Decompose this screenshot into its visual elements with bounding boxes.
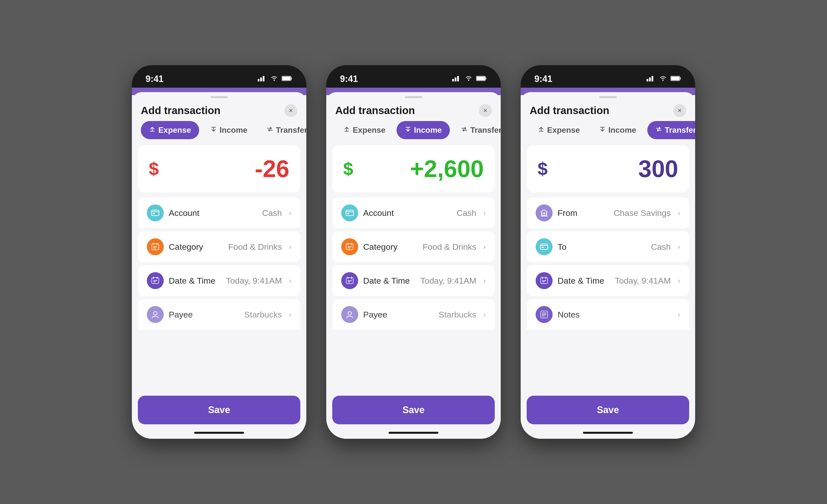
close-button[interactable]: × [479, 104, 492, 117]
date & time-label: Date & Time [363, 276, 416, 286]
expense-tab-label: Expense [547, 125, 580, 135]
income-tab-icon [404, 126, 411, 134]
tab-bar: Expense Income Transfer [326, 121, 501, 139]
battery-icon [671, 76, 681, 82]
form-row-payee[interactable]: Payee Starbucks › [332, 299, 495, 330]
signal-icon [646, 75, 655, 82]
home-indicator [389, 432, 438, 434]
form-row-date-&-time[interactable]: Date & Time Today, 9:41AM › [138, 265, 300, 296]
wifi-icon [659, 75, 667, 82]
from-value: Chase Savings [614, 208, 671, 218]
expense-tab-icon [149, 126, 156, 134]
tab-expense[interactable]: Expense [141, 121, 199, 139]
save-button[interactable]: Save [332, 396, 495, 424]
battery-icon [282, 76, 293, 82]
income-tab-label: Income [414, 125, 442, 135]
category-icon [341, 238, 358, 255]
form-row-to[interactable]: To Cash › [527, 231, 689, 262]
amount-value[interactable]: -26 [255, 155, 289, 182]
category-chevron: › [483, 242, 486, 251]
svg-rect-26 [651, 76, 653, 81]
notes-icon [536, 306, 552, 323]
svg-rect-5 [291, 77, 292, 79]
expense-tab-icon [343, 126, 350, 134]
form-row-payee[interactable]: Payee Starbucks › [138, 299, 300, 330]
to-icon [536, 238, 552, 255]
account-chevron: › [289, 209, 291, 217]
svg-rect-33 [544, 212, 545, 216]
form-row-category[interactable]: Category Food & Drinks › [138, 231, 300, 262]
date & time-chevron: › [289, 276, 291, 285]
date & time-value: Today, 9:41AM [421, 276, 476, 286]
account-icon [147, 205, 164, 221]
date & time-value: Today, 9:41AM [615, 276, 671, 286]
svg-rect-19 [346, 210, 353, 216]
svg-rect-14 [457, 76, 459, 81]
wifi-icon [465, 75, 473, 82]
close-button[interactable]: × [284, 104, 297, 117]
status-time: 9:41 [340, 74, 358, 84]
close-button[interactable]: × [673, 104, 686, 117]
svg-rect-7 [152, 210, 159, 216]
save-button[interactable]: Save [527, 396, 689, 424]
form-row-notes[interactable]: Notes › [527, 299, 689, 330]
tab-income[interactable]: Income [397, 121, 450, 139]
category-chevron: › [289, 242, 291, 251]
form-row-date-&-time[interactable]: Date & Time Today, 9:41AM › [527, 265, 689, 296]
amount-value[interactable]: 300 [638, 155, 678, 182]
category-icon [147, 238, 164, 255]
amount-value[interactable]: +2,600 [410, 155, 484, 182]
form-row-account[interactable]: Account Cash › [138, 198, 300, 228]
svg-rect-0 [258, 79, 259, 81]
tab-income[interactable]: Income [202, 121, 255, 139]
tab-transfer[interactable]: Transfer [453, 121, 501, 139]
transfer-tab-icon [461, 126, 468, 134]
account-label: Account [363, 208, 452, 218]
date & time-label: Date & Time [557, 276, 610, 286]
add-transaction-modal: Add transaction × Expense Income Transfe… [132, 92, 306, 439]
account-label: Account [169, 208, 257, 218]
form-row-from[interactable]: From Chase Savings › [527, 198, 689, 228]
payee-label: Payee [169, 310, 239, 320]
payee-label: Payee [363, 310, 434, 320]
from-chevron: › [678, 209, 680, 217]
svg-point-11 [153, 312, 157, 315]
payee-icon [341, 306, 358, 323]
form-row-account[interactable]: Account Cash › [332, 198, 495, 228]
category-value: Food & Drinks [423, 242, 476, 252]
tab-expense[interactable]: Expense [530, 121, 588, 139]
date & time-label: Date & Time [169, 276, 221, 286]
tab-income[interactable]: Income [591, 121, 644, 139]
tab-transfer[interactable]: Transfer [647, 121, 695, 139]
transfer-tab-icon [266, 126, 274, 134]
amount-card: $ 300 [527, 145, 689, 192]
account-value: Cash [456, 208, 476, 218]
amount-dollar-sign: $ [149, 159, 159, 179]
save-button[interactable]: Save [138, 396, 300, 424]
amount-card: $ +2,600 [332, 145, 495, 192]
svg-rect-8 [153, 213, 155, 214]
payee-icon [147, 306, 164, 323]
form-row-category[interactable]: Category Food & Drinks › [332, 231, 495, 262]
svg-rect-24 [646, 79, 648, 81]
tab-expense[interactable]: Expense [335, 121, 394, 139]
notes-chevron: › [678, 310, 680, 319]
date & time-icon [536, 272, 552, 289]
income-tab-label: Income [220, 125, 247, 135]
svg-rect-12 [452, 79, 454, 81]
date & time-chevron: › [483, 276, 486, 285]
from-label: From [557, 208, 609, 218]
svg-rect-2 [263, 76, 264, 81]
income-tab-label: Income [609, 125, 636, 135]
account-chevron: › [483, 209, 486, 217]
income-tab-icon [599, 126, 606, 134]
signal-icon [452, 75, 461, 82]
svg-point-23 [348, 312, 351, 315]
tab-transfer[interactable]: Transfer [258, 121, 306, 139]
svg-rect-6 [282, 77, 291, 80]
form-row-date-&-time[interactable]: Date & Time Today, 9:41AM › [332, 265, 495, 296]
form-section: Account Cash › Category Food & Drinks › … [138, 198, 300, 392]
amount-dollar-sign: $ [538, 159, 548, 179]
date & time-chevron: › [678, 276, 680, 285]
transfer-tab-label: Transfer [470, 125, 501, 135]
